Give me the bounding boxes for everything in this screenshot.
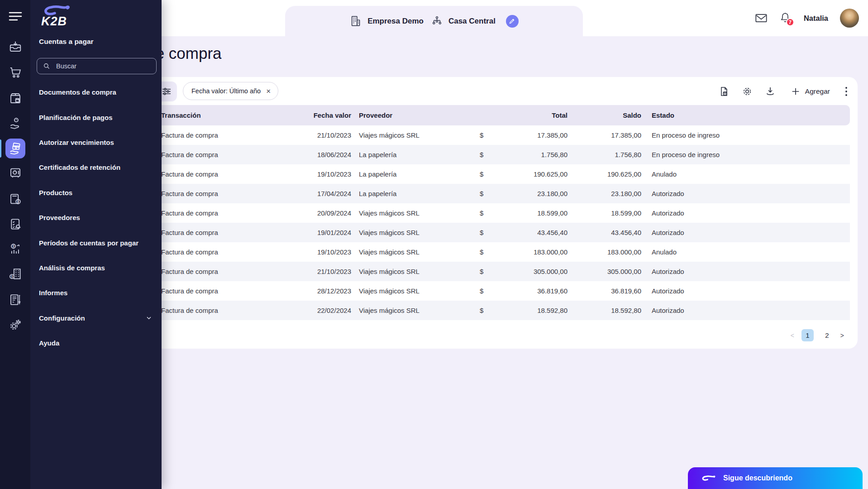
column-header-currency[interactable] [477, 105, 491, 125]
hamburger-menu-button[interactable] [5, 6, 25, 26]
column-header-proveedor[interactable]: Proveedor [351, 105, 477, 125]
chevron-down-icon [145, 314, 153, 321]
cell-saldo: 183.000,00 [568, 242, 642, 262]
table-row[interactable]: Factura de compra21/10/2023Viajes mágico… [147, 262, 850, 281]
tasks-bell-icon [9, 217, 22, 231]
cell-proveedor: Viajes mágicos SRL [351, 281, 477, 301]
menu-item-analisis-de-compras[interactable]: Análisis de compras [30, 255, 162, 280]
menu-item-label: Informes [39, 289, 67, 297]
active-module-indicator [0, 139, 1, 158]
menu-item-certificados-de-retencion[interactable]: Certificados de retención [30, 155, 162, 180]
user-avatar[interactable] [840, 9, 859, 28]
rail-item-tasks-bell[interactable] [5, 214, 25, 234]
cell-total: 36.819,60 [491, 281, 568, 301]
pagination-pages: 12 [801, 329, 833, 341]
cell-total: 183.000,00 [491, 242, 568, 262]
table-row[interactable]: Factura de compra17/04/2024La papelería$… [147, 184, 850, 203]
menu-item-configuracion[interactable]: Configuración [30, 306, 162, 331]
menu-item-label: Períodos de cuentas por pagar [39, 239, 138, 247]
cell-fecha-valor: 28/12/2023 [282, 281, 351, 301]
cell-transaccion: Factura de compra [147, 223, 282, 242]
discover-banner[interactable]: Sigue descubriendo [688, 467, 863, 489]
pagination-page-1[interactable]: 1 [801, 329, 814, 341]
table-row[interactable]: Factura de compra28/12/2023Viajes mágico… [147, 281, 850, 301]
svg-text:$: $ [13, 244, 14, 248]
cell-saldo: 17.385,00 [568, 125, 642, 145]
rail-item-hand-coin[interactable] [5, 113, 25, 133]
menu-item-periodos-de-cuentas-por-pagar[interactable]: Períodos de cuentas por pagar [30, 230, 162, 255]
menu-item-planificacion-de-pagos[interactable]: Planificación de pagos [30, 105, 162, 129]
pagination-page-2[interactable]: 2 [821, 329, 833, 341]
notifications-button[interactable]: 7 [779, 12, 791, 24]
table-row[interactable]: Factura de compra18/06/2024La papelería$… [147, 145, 850, 164]
column-header-estado[interactable]: Estado [642, 105, 850, 125]
rail-item-calculator-dollar[interactable]: $ [5, 189, 25, 209]
rail-item-building-finance[interactable]: $ [5, 264, 25, 284]
save-layout-button[interactable] [719, 86, 730, 97]
cell-total: 17.385,00 [491, 125, 568, 145]
column-header-fecha-valor[interactable]: Fecha valor [282, 105, 351, 125]
table-row[interactable]: Factura de compra22/02/2024Viajes mágico… [147, 301, 850, 320]
hamburger-icon [8, 10, 23, 23]
table-row[interactable]: Factura de compra19/01/2024Viajes mágico… [147, 223, 850, 242]
rail-item-package-save[interactable] [5, 88, 25, 108]
table-actions: Agregar [719, 82, 848, 101]
menu-item-productos[interactable]: Productos [30, 180, 162, 205]
hand-cash-icon [9, 142, 22, 155]
rail-item-accounts-payable[interactable] [5, 139, 25, 158]
mail-button[interactable] [755, 13, 768, 24]
cell-total: 18.592,80 [491, 301, 568, 320]
menu-item-label: Ayuda [39, 339, 59, 347]
column-header-saldo[interactable]: Saldo [568, 105, 642, 125]
menu-items-list: Documentos de compraPlanificación de pag… [30, 80, 162, 355]
download-button[interactable] [765, 86, 776, 97]
menu-item-autorizar-vencimientos[interactable]: Autorizar vencimientos [30, 130, 162, 155]
column-header-total[interactable]: Total [491, 105, 568, 125]
cell-proveedor: La papelería [351, 184, 477, 203]
menu-item-proveedores[interactable]: Proveedores [30, 205, 162, 230]
kebab-menu-icon [845, 86, 848, 96]
cell-transaccion: Factura de compra [147, 184, 282, 203]
rail-item-settings-gears[interactable] [5, 315, 25, 335]
edit-context-button[interactable] [506, 15, 519, 28]
search-input[interactable] [55, 62, 151, 70]
cell-fecha-valor: 21/10/2023 [282, 262, 351, 281]
rail-item-chart-dollar[interactable]: $ [5, 239, 25, 259]
org-hierarchy-icon [431, 15, 443, 27]
cell-total: 18.599,00 [491, 203, 568, 223]
table-row[interactable]: Factura de compra19/10/2023Viajes mágico… [147, 242, 850, 262]
cell-transaccion: Factura de compra [147, 125, 282, 145]
menu-item-label: Certificados de retención [39, 163, 120, 171]
table-row[interactable]: Factura de compra19/10/2023La papelería$… [147, 164, 850, 184]
chip-remove-icon[interactable]: × [266, 87, 271, 95]
table-row[interactable]: Factura de compra20/09/2024Viajes mágico… [147, 203, 850, 223]
app-window: Empresa Demo Casa Central [0, 0, 868, 489]
safe-icon [9, 166, 22, 180]
cell-currency: $ [477, 184, 491, 203]
cell-total: 23.180,00 [491, 184, 568, 203]
cell-proveedor: Viajes mágicos SRL [351, 301, 477, 320]
cell-total: 190.625,00 [491, 164, 568, 184]
rail-item-purchases-cart[interactable] [5, 62, 25, 82]
cell-currency: $ [477, 242, 491, 262]
cell-estado: Autorizado [642, 281, 850, 301]
sidebar-rail: $ $ [0, 0, 30, 489]
table-header-row: TransacciónFecha valorProveedorTotalSald… [147, 105, 850, 125]
add-document-button[interactable]: Agregar [788, 86, 833, 97]
menu-item-documentos-de-compra[interactable]: Documentos de compra [30, 80, 162, 105]
cell-saldo: 43.456,40 [568, 223, 642, 242]
more-options-button[interactable] [845, 86, 848, 96]
menu-item-informes[interactable]: Informes [30, 280, 162, 305]
menu-item-ayuda[interactable]: Ayuda [30, 331, 162, 355]
rail-item-inbox-download[interactable] [5, 37, 25, 57]
rail-item-contract-pen[interactable] [5, 290, 25, 310]
cell-transaccion: Factura de compra [147, 301, 282, 320]
pagination-prev[interactable]: < [791, 332, 794, 339]
filter-chip-fecha-valor[interactable]: Fecha valor: Último año × [183, 82, 278, 100]
table-row[interactable]: Factura de compra21/10/2023Viajes mágico… [147, 125, 850, 145]
rail-item-safe[interactable] [5, 163, 25, 183]
column-header-transaccion[interactable]: Transacción [147, 105, 282, 125]
table-settings-button[interactable] [742, 86, 753, 97]
search-icon [43, 62, 51, 70]
pagination-next[interactable]: > [840, 332, 844, 339]
